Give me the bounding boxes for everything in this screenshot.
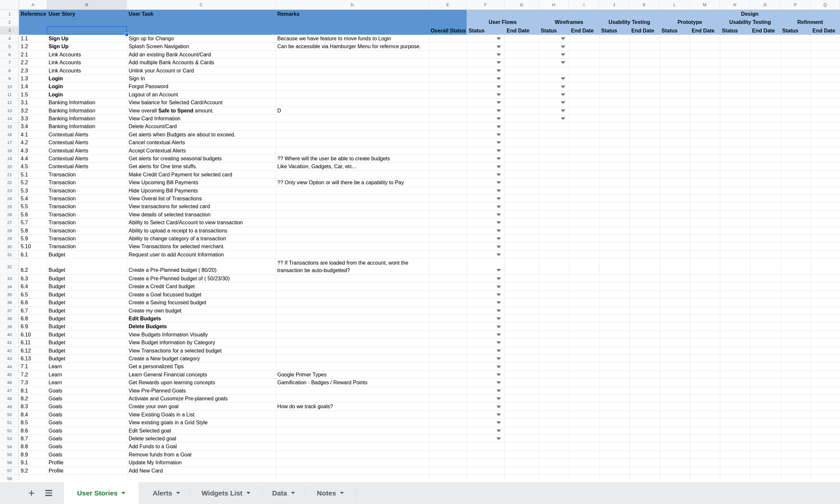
cell-user-story[interactable]: Transaction (49, 195, 76, 202)
cell-reference[interactable]: 4.5 (21, 163, 28, 170)
cell-user-story[interactable]: Link Accounts (49, 59, 81, 66)
status-dropdown-arrow-icon[interactable] (496, 70, 501, 72)
cell-user-story[interactable]: Login (49, 83, 63, 90)
cell-reference[interactable]: 8.3 (21, 403, 28, 410)
table-row[interactable]: 1.5LoginLogout of an Account (19, 91, 840, 99)
cell-user-story[interactable]: Transaction (49, 171, 76, 178)
cell-reference[interactable]: 3.2 (21, 107, 28, 114)
status-dropdown-arrow-icon[interactable] (496, 293, 501, 296)
cell-reference[interactable]: 6.11 (21, 339, 31, 346)
table-row[interactable]: 4.5Contextual AlertsGet alerts for One t… (19, 163, 840, 170)
cell-user-story[interactable]: Budget (49, 339, 65, 346)
tab-dropdown-arrow-icon[interactable] (340, 492, 344, 494)
row-header-44[interactable]: 44 (0, 363, 19, 371)
row-header-2[interactable]: 2 (0, 18, 19, 26)
cell-reference[interactable]: 6.6 (21, 299, 28, 306)
sheet-tab-widgets-list[interactable]: Widgets List (190, 482, 262, 504)
table-row[interactable]: 2.1Link AccountsAdd an existing Bank Acc… (19, 51, 840, 59)
cell-reference[interactable]: 9.2 (21, 467, 28, 474)
status-dropdown-arrow-icon[interactable] (496, 326, 501, 328)
status-dropdown-arrow-icon[interactable] (496, 53, 501, 56)
status-dropdown-arrow-icon[interactable] (496, 133, 501, 136)
cell-reference[interactable]: 5.7 (21, 219, 28, 226)
cell-user-task[interactable]: Get a personalized Tips (129, 363, 184, 370)
cell-user-story[interactable]: Transaction (49, 203, 76, 210)
cell-user-task[interactable]: Splash Screen Navigation (129, 43, 189, 50)
row-header-51[interactable]: 51 (0, 419, 19, 427)
cell-reference[interactable]: 8.4 (21, 411, 28, 418)
table-row[interactable]: 8.7GoalsDelete selected goal (19, 435, 840, 443)
cell-user-story[interactable]: Budget (49, 283, 65, 290)
column-header-A[interactable]: A (19, 0, 47, 10)
cell-user-story[interactable]: Login (49, 75, 63, 82)
table-row[interactable]: 1.3LoginSign In (19, 75, 840, 83)
cell-reference[interactable]: 8.8 (21, 443, 28, 450)
row-header-11[interactable]: 11 (0, 91, 19, 99)
table-row[interactable]: 6.4BudgetCreate a Credit Card budget (19, 283, 840, 290)
status-dropdown-arrow-icon[interactable] (496, 221, 501, 224)
status-dropdown-arrow-icon[interactable] (496, 318, 501, 320)
cell-remarks[interactable]: D (277, 107, 281, 114)
row-header-48[interactable]: 48 (0, 395, 19, 403)
cell-reference[interactable]: 6.4 (21, 283, 28, 290)
table-row[interactable]: 8.5GoalsView existing goals in a Grid St… (19, 419, 840, 427)
cell-reference[interactable]: 6.7 (21, 307, 28, 314)
status-dropdown-arrow-icon[interactable] (496, 406, 501, 408)
status-dropdown-arrow-icon[interactable] (496, 174, 501, 176)
cell-remarks[interactable]: ?? Where will the user be able to create… (277, 155, 390, 162)
cell-reference[interactable]: 5.10 (21, 242, 31, 250)
all-sheets-menu-icon[interactable] (42, 482, 55, 504)
status-dropdown-arrow-icon[interactable] (496, 46, 501, 48)
cell-user-task[interactable]: Delete Account/Card (129, 123, 177, 130)
cell-user-task[interactable]: Get alerts for creating seasonal budgets (129, 155, 222, 162)
cell-user-task[interactable]: View Upcoming Bill Payments (129, 179, 198, 186)
table-row[interactable]: 6.9BudgetDelete Budgets (19, 323, 840, 330)
row-header-19[interactable]: 19 (0, 155, 19, 163)
row-header-30[interactable]: 30 (0, 242, 19, 251)
cell-remarks[interactable]: Because we have feature to move funds to… (277, 35, 391, 42)
row-header-29[interactable]: 29 (0, 235, 19, 242)
row-header-13[interactable]: 13 (0, 107, 19, 115)
cell-user-task[interactable]: Create a Saving focussed budget (129, 299, 206, 306)
column-header-D[interactable]: D (276, 0, 429, 10)
status-dropdown-arrow-icon[interactable] (496, 181, 501, 184)
cell-reference[interactable]: 6.3 (21, 275, 28, 282)
cell-reference[interactable]: 1.1 (21, 35, 28, 42)
cell-user-story[interactable]: Budget (49, 347, 65, 355)
table-row[interactable]: 8.6GoalsEdit Selected goal (19, 427, 840, 435)
fill-handle[interactable] (125, 33, 129, 36)
row-header-41[interactable]: 41 (0, 339, 19, 347)
cell-user-story[interactable]: Contextual Alerts (49, 147, 88, 155)
table-row[interactable]: 8.2GoalsActiviate and Cusomize Pre-plann… (19, 395, 840, 403)
cell-reference[interactable]: 6.12 (21, 347, 31, 355)
cell-reference[interactable]: 2.2 (21, 59, 28, 66)
cell-user-task[interactable]: Cancel contextual Alerts (129, 139, 185, 146)
status-dropdown-arrow-icon[interactable] (496, 230, 501, 232)
cell-user-story[interactable]: Transaction (49, 227, 76, 234)
cell-user-task[interactable]: Sign up for Chango (129, 35, 174, 42)
cell-user-story[interactable]: Goals (49, 403, 62, 410)
cell-user-task[interactable]: View Overal list of Transactions (129, 195, 202, 202)
status-dropdown-arrow-icon[interactable] (496, 141, 501, 144)
cell-reference[interactable]: 4.2 (21, 139, 28, 146)
row-header-18[interactable]: 18 (0, 147, 19, 155)
cell-reference[interactable]: 6.8 (21, 315, 28, 322)
table-row[interactable]: 6.1BudgetRequest user to add Account Inf… (19, 251, 840, 259)
row-header-20[interactable]: 20 (0, 163, 19, 170)
column-header-E[interactable]: E (429, 0, 467, 10)
table-row[interactable]: 1.4LoginForgot Password (19, 83, 840, 90)
table-row[interactable]: 5.2TransactionView Upcoming Bill Payment… (19, 179, 840, 186)
cell-reference[interactable]: 6.5 (21, 291, 28, 299)
cell-reference[interactable]: 6.13 (21, 355, 31, 362)
row-header-33[interactable]: 33 (0, 275, 19, 283)
row-header-21[interactable]: 21 (0, 171, 19, 179)
wireframes-dropdown-arrow-icon[interactable] (561, 109, 565, 112)
column-header-Q[interactable]: Q (810, 0, 840, 10)
cell-user-story[interactable]: Budget (49, 291, 65, 299)
cell-user-task[interactable]: View transactions for selected card (129, 203, 210, 210)
table-row[interactable]: 3.2Banking InformationView overall Safe … (19, 107, 840, 115)
status-dropdown-arrow-icon[interactable] (496, 366, 501, 368)
status-dropdown-arrow-icon[interactable] (496, 109, 501, 112)
wireframes-dropdown-arrow-icon[interactable] (561, 46, 565, 48)
row-header-4[interactable]: 4 (0, 35, 19, 43)
